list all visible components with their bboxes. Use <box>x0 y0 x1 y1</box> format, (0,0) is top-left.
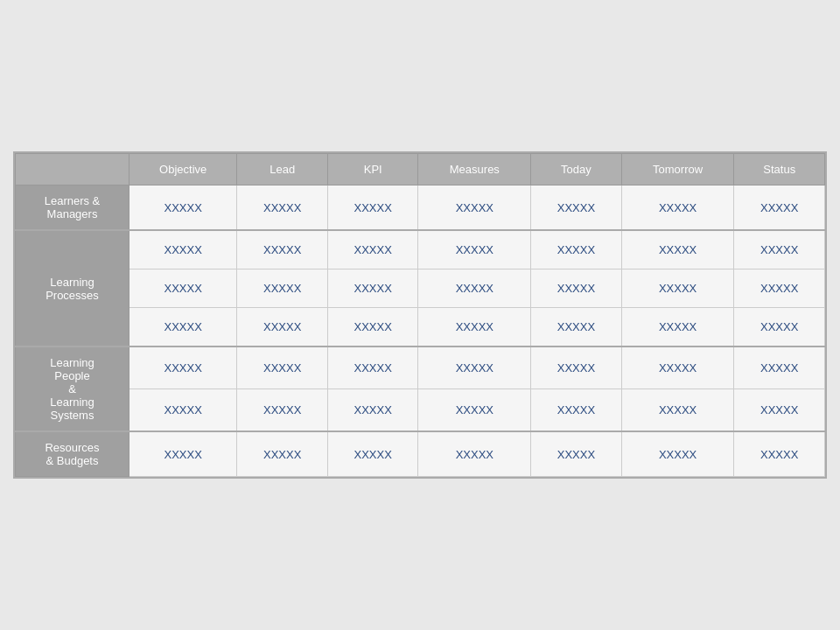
cell-s1-r2-c2: XXXXX <box>327 308 418 347</box>
section-label-1: LearningProcesses <box>16 230 130 346</box>
cell-s3-r0-c1: XXXXX <box>237 431 328 477</box>
cell-s3-r0-c0: XXXXX <box>130 431 237 477</box>
cell-s2-r0-c2: XXXXX <box>327 346 418 389</box>
cell-s1-r2-c4: XXXXX <box>531 308 622 347</box>
header-objective: Objective <box>130 154 237 186</box>
cell-s1-r0-c2: XXXXX <box>327 230 418 270</box>
cell-s1-r0-c1: XXXXX <box>237 230 328 270</box>
cell-s2-r0-c5: XXXXX <box>621 346 734 389</box>
section-label-0: Learners &Managers <box>16 186 130 231</box>
header-empty <box>16 154 130 186</box>
cell-s0-r0-c0: XXXXX <box>130 186 237 231</box>
header-lead: Lead <box>237 154 328 186</box>
cell-s1-r2-c6: XXXXX <box>734 308 825 347</box>
cell-s1-r2-c1: XXXXX <box>237 308 328 347</box>
cell-s2-r1-c3: XXXXX <box>418 389 531 432</box>
cell-s1-r1-c5: XXXXX <box>621 270 734 308</box>
cell-s2-r0-c0: XXXXX <box>130 346 237 389</box>
cell-s0-r0-c2: XXXXX <box>327 186 418 231</box>
header-kpi: KPI <box>327 154 418 186</box>
cell-s2-r1-c6: XXXXX <box>734 389 825 432</box>
cell-s2-r0-c3: XXXXX <box>418 346 531 389</box>
cell-s2-r0-c4: XXXXX <box>531 346 622 389</box>
section-label-2: LearningPeople&LearningSystems <box>16 346 130 431</box>
cell-s0-r0-c4: XXXXX <box>531 186 622 231</box>
cell-s1-r1-c3: XXXXX <box>418 270 531 308</box>
cell-s1-r0-c3: XXXXX <box>418 230 531 270</box>
header-tomorrow: Tomorrow <box>621 154 734 186</box>
cell-s2-r1-c4: XXXXX <box>531 389 622 432</box>
cell-s0-r0-c1: XXXXX <box>237 186 328 231</box>
cell-s1-r1-c2: XXXXX <box>327 270 418 308</box>
cell-s1-r0-c6: XXXXX <box>734 230 825 270</box>
cell-s1-r2-c3: XXXXX <box>418 308 531 347</box>
cell-s3-r0-c2: XXXXX <box>327 431 418 477</box>
cell-s3-r0-c5: XXXXX <box>621 431 734 477</box>
cell-s3-r0-c4: XXXXX <box>531 431 622 477</box>
section-label-3: Resources& Budgets <box>16 431 130 477</box>
cell-s0-r0-c5: XXXXX <box>621 186 734 231</box>
cell-s1-r1-c4: XXXXX <box>531 270 622 308</box>
cell-s1-r1-c6: XXXXX <box>734 270 825 308</box>
cell-s2-r1-c1: XXXXX <box>237 389 328 432</box>
cell-s1-r0-c4: XXXXX <box>531 230 622 270</box>
cell-s2-r1-c2: XXXXX <box>327 389 418 432</box>
cell-s2-r1-c5: XXXXX <box>621 389 734 432</box>
cell-s1-r0-c0: XXXXX <box>130 230 237 270</box>
cell-s0-r0-c3: XXXXX <box>418 186 531 231</box>
cell-s2-r0-c6: XXXXX <box>734 346 825 389</box>
cell-s1-r2-c0: XXXXX <box>130 308 237 347</box>
header-today: Today <box>531 154 622 186</box>
cell-s2-r0-c1: XXXXX <box>237 346 328 389</box>
strategy-table: ObjectiveLeadKPIMeasuresTodayTomorrowSta… <box>15 153 825 477</box>
cell-s1-r0-c5: XXXXX <box>621 230 734 270</box>
cell-s3-r0-c6: XXXXX <box>734 431 825 477</box>
cell-s0-r0-c6: XXXXX <box>734 186 825 231</box>
cell-s1-r2-c5: XXXXX <box>621 308 734 347</box>
main-table-wrapper: ObjectiveLeadKPIMeasuresTodayTomorrowSta… <box>13 151 827 479</box>
cell-s1-r1-c1: XXXXX <box>237 270 328 308</box>
cell-s2-r1-c0: XXXXX <box>130 389 237 432</box>
header-status: Status <box>734 154 825 186</box>
header-measures: Measures <box>418 154 531 186</box>
cell-s1-r1-c0: XXXXX <box>130 270 237 308</box>
cell-s3-r0-c3: XXXXX <box>418 431 531 477</box>
